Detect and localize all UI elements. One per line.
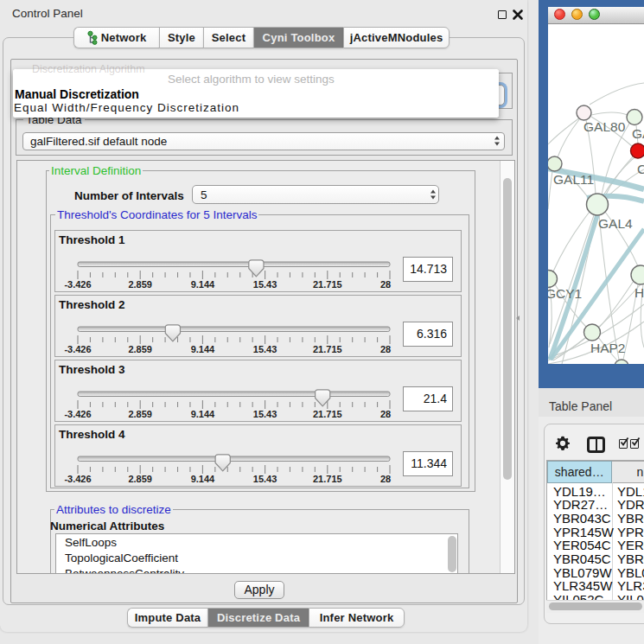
svg-text:HA: HA <box>634 285 644 300</box>
svg-text:HAP2: HAP2 <box>590 341 626 355</box>
svg-text:GAL11: GAL11 <box>553 172 594 187</box>
svg-text:GA: GA <box>632 126 644 141</box>
svg-text:CA: CA <box>637 162 644 176</box>
svg-text:GAL80: GAL80 <box>583 119 626 134</box>
svg-text:GCY1: GCY1 <box>548 286 582 301</box>
svg-text:GAL4: GAL4 <box>598 216 633 231</box>
